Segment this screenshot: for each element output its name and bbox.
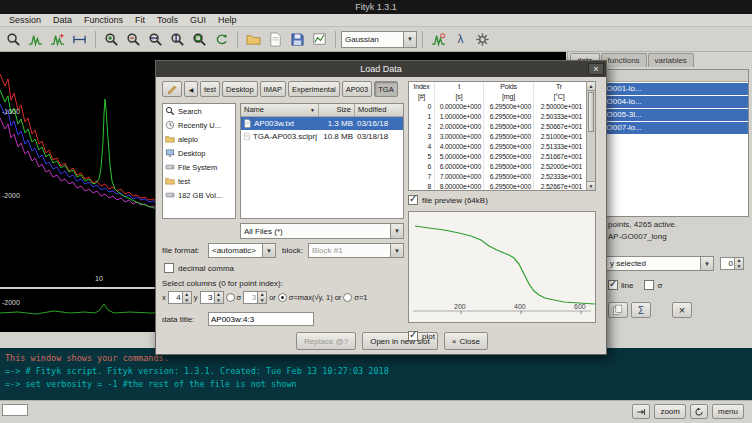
window-titlebar[interactable]: Fityk 1.3.1 (0, 0, 752, 14)
menu-functions[interactable]: Functions (78, 14, 129, 26)
command-input[interactable] (2, 404, 28, 416)
scroll-down-icon[interactable]: ▼ (587, 181, 595, 190)
define-function-button[interactable]: λ (450, 29, 471, 50)
add-peak-mode-button[interactable] (25, 29, 46, 50)
path-scroll-left-button[interactable]: ◀ (184, 81, 198, 97)
decimal-comma-option[interactable]: decimal comma (164, 263, 234, 273)
delete-dataset-button[interactable]: × (672, 302, 692, 318)
sigma-checkbox[interactable] (644, 280, 654, 290)
undo-zoom-button[interactable] (211, 29, 232, 50)
place-search[interactable]: Search (163, 104, 235, 118)
replace-button[interactable]: Replace @? (296, 332, 356, 350)
path-button-ap003[interactable]: AP003 (342, 81, 373, 97)
dialog-close-button[interactable]: × (588, 63, 604, 75)
menu-gui[interactable]: GUI (184, 14, 212, 26)
execute-script-button[interactable] (265, 29, 286, 50)
file-filter-combo[interactable]: All Files (*) ▼ (240, 223, 404, 239)
zoom-horizontal-button[interactable] (145, 29, 166, 50)
tab-functions[interactable]: functions (601, 53, 647, 67)
place-volume[interactable]: 182 GB Vol... (163, 188, 235, 202)
path-button-tga[interactable]: TGA (374, 81, 397, 97)
menu-help[interactable]: Help (212, 14, 243, 26)
sigma-column-label: σ (237, 293, 242, 302)
column-header-size[interactable]: Size (319, 104, 355, 117)
display-mode-combo[interactable]: y selected ▼ (606, 256, 714, 271)
point-size-stepper[interactable]: 0 ▲▼ (720, 257, 744, 270)
scrollbar-thumb[interactable] (588, 92, 594, 132)
path-button-imap[interactable]: IMAP (260, 81, 286, 97)
file-preview-option[interactable]: file preview (64kB) (408, 195, 488, 205)
zoom-all-icon (192, 32, 207, 47)
place-desktop[interactable]: Desktop (163, 146, 235, 160)
stepper-down-icon[interactable]: ▼ (735, 264, 743, 270)
path-button-experimental[interactable]: Experimental (288, 81, 340, 97)
place-home[interactable]: aleplo (163, 132, 235, 146)
open-file-button[interactable] (243, 29, 264, 50)
refresh-zoom-button[interactable] (690, 404, 708, 419)
preview-table-scrollbar[interactable]: ▲ ▼ (586, 82, 595, 190)
scroll-up-icon[interactable]: ▲ (587, 82, 595, 91)
file-row-selected[interactable]: AP003w.txt 1.3 MB 03/16/18 (241, 117, 403, 130)
data-title-input[interactable] (208, 312, 314, 326)
save-session-button[interactable] (287, 29, 308, 50)
dialog-titlebar[interactable]: Load Data × (156, 61, 606, 77)
line-checkbox[interactable] (608, 280, 618, 290)
sigma-one-radio[interactable] (343, 293, 352, 302)
gear-icon (475, 32, 490, 47)
block-combo[interactable]: Block #1 ▼ (308, 243, 404, 258)
zoom-out-button[interactable] (123, 29, 144, 50)
menu-session[interactable]: Session (3, 14, 47, 26)
sigma-column-stepper[interactable]: 3▲▼ (243, 291, 267, 304)
sigma-column-radio[interactable] (226, 293, 235, 302)
stepper-arrows[interactable]: ▲▼ (214, 292, 223, 303)
menu-button[interactable]: menu (712, 404, 744, 419)
dataset-name: AP-GO004-lo... (585, 96, 748, 108)
place-recently-used[interactable]: Recently U... (163, 118, 235, 132)
zoom-in-button[interactable] (101, 29, 122, 50)
zoom-all-button[interactable] (189, 29, 210, 50)
file-row[interactable]: TGA-AP003.sclprj 10.8 MB 03/18/18 (241, 130, 403, 143)
mouse-mode-button[interactable] (3, 29, 24, 50)
y-column-stepper[interactable]: 3▲▼ (200, 291, 224, 304)
menu-fit[interactable]: Fit (129, 14, 151, 26)
menu-tools[interactable]: Tools (151, 14, 184, 26)
close-button[interactable]: ×Close (444, 332, 488, 350)
place-file-system[interactable]: File System (163, 160, 235, 174)
edit-path-button[interactable] (162, 81, 182, 97)
y-axis-tick: -2000 (2, 192, 20, 199)
stepper-arrows[interactable]: ▲▼ (257, 292, 266, 303)
data-range-mode-button[interactable] (69, 29, 90, 50)
settings-button[interactable] (472, 29, 493, 50)
column-header-name[interactable]: Name▼ (241, 104, 319, 117)
add-point-mode-button[interactable] (47, 29, 68, 50)
file-icon (243, 132, 251, 141)
tab-variables[interactable]: variables (648, 53, 694, 67)
auto-add-peak-button[interactable] (428, 29, 449, 50)
preview-table-grid[interactable]: Index t Poids Tr [#] [s] [mg] [°C] 00.00… (409, 82, 586, 190)
command-window[interactable]: This window shows your commands. =-> # F… (0, 348, 752, 400)
peak-type-combo[interactable]: Gaussian ▼ (341, 31, 417, 48)
plot-option[interactable]: plot (408, 331, 435, 341)
copy-dataset-button[interactable] (608, 302, 628, 318)
export-chart-button[interactable] (309, 29, 330, 50)
sum-datasets-button[interactable]: Σ (631, 302, 651, 318)
path-button-test[interactable]: test (200, 81, 220, 97)
undo-zoom-icon (214, 32, 229, 47)
stepper-arrows[interactable]: ▲▼ (182, 292, 191, 303)
file-format-combo[interactable]: <automatic> ▼ (208, 243, 276, 258)
x-column-stepper[interactable]: 4▲▼ (168, 291, 192, 304)
decimal-comma-checkbox[interactable] (164, 263, 174, 273)
zoom-vertical-button[interactable] (167, 29, 188, 50)
plot-checkbox[interactable] (408, 331, 418, 341)
dataset-name: AP-GO005-3l... (585, 109, 748, 121)
file-preview-checkbox[interactable] (408, 195, 418, 205)
zoom-button[interactable]: zoom (654, 404, 686, 419)
input-mode-button[interactable] (632, 404, 650, 419)
preview-plot[interactable]: 200 400 600 (408, 211, 596, 323)
place-test[interactable]: test (163, 174, 235, 188)
path-button-desktop[interactable]: Desktop (222, 81, 258, 97)
stepper-arrows[interactable]: ▲▼ (734, 258, 743, 269)
column-header-modified[interactable]: Modified (355, 104, 403, 117)
menu-data[interactable]: Data (47, 14, 78, 26)
sigma-max-radio[interactable] (278, 293, 287, 302)
